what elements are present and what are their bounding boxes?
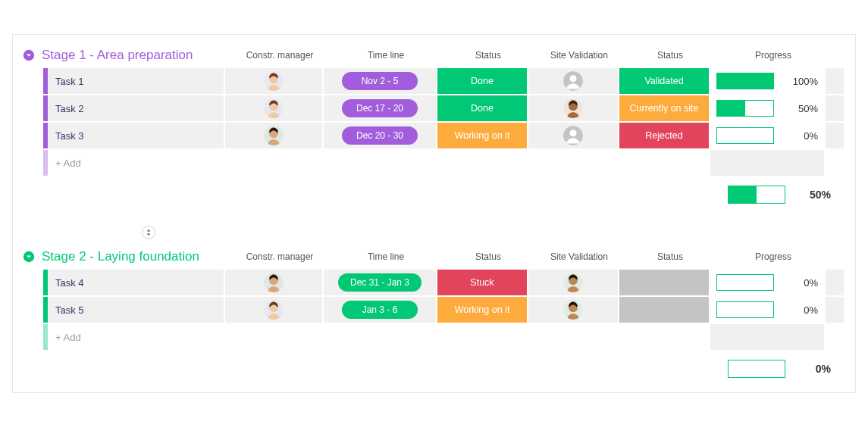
board: Stage 1 - Area preparation Constr. manag… [12,34,856,393]
timeline-pill: Jan 3 - 6 [342,301,418,319]
manager-cell[interactable] [225,123,324,148]
avatar [563,98,583,118]
timeline-cell[interactable]: Dec 31 - Jan 3 [324,270,437,295]
status2-cell[interactable] [619,270,710,295]
group-title[interactable]: Stage 2 - Laying foundation [42,249,199,264]
collapse-caret-icon[interactable] [22,48,36,62]
col-header-timeline[interactable]: Time line [329,47,443,64]
col-header-site-validation[interactable]: Site Validation [534,47,625,64]
empty-cell [437,324,528,350]
col-header-site-validation[interactable]: Site Validation [534,248,625,265]
timeline-cell[interactable]: Jan 3 - 6 [324,297,437,323]
site-validation-cell[interactable] [528,297,619,323]
empty-cell [528,150,619,176]
empty-cell [710,324,826,350]
task-name-cell[interactable]: Task 5 [48,297,225,323]
task-name-cell[interactable]: Task 2 [48,95,225,121]
group: Stage 1 - Area preparation Constr. manag… [13,35,855,218]
status-badge: Done [437,68,527,94]
empty-cell [225,150,324,176]
progress-cell[interactable]: 50% [710,95,826,121]
avatar [563,300,583,320]
column-headers: Constr. manager Time line Status Site Va… [230,248,849,265]
col-header-status2[interactable]: Status [625,248,716,265]
timeline-cell[interactable]: Dec 20 - 30 [324,123,437,148]
empty-cell [528,324,619,350]
col-header-status[interactable]: Status [443,47,534,64]
table-row[interactable]: Task 5 Jan 3 - 6 Working on it [43,297,855,323]
status2-cell[interactable]: Validated [619,68,710,94]
col-header-manager[interactable]: Constr. manager [230,248,329,265]
add-row[interactable]: + Add [43,324,855,350]
summary-progress-cell: 0% [722,356,837,382]
progress-label: 0% [804,277,818,289]
task-name-cell[interactable]: Task 4 [48,270,225,295]
add-row[interactable]: + Add [43,150,855,176]
add-row-label[interactable]: + Add [48,150,225,176]
empty-cell [710,150,826,176]
group-header: Stage 2 - Laying foundation Constr. mana… [13,241,855,270]
col-header-manager[interactable]: Constr. manager [230,47,329,64]
group-summary: 0% [13,351,855,392]
progress-label: 100% [793,76,818,87]
row-color-indicator [43,324,48,350]
col-header-tail [831,248,849,265]
progress-cell[interactable]: 0% [710,297,826,323]
timeline-pill: Dec 20 - 30 [342,126,418,145]
table-row[interactable]: Task 4 Dec 31 - Jan 3 Stuck [43,270,855,295]
status2-cell[interactable] [619,297,710,323]
row-tail [826,95,844,121]
avatar [563,126,583,145]
status-cell[interactable]: Done [437,68,528,94]
collapse-caret-icon[interactable] [22,250,36,264]
col-header-progress[interactable]: Progress [716,248,831,265]
progress-bar [716,127,774,144]
timeline-cell[interactable]: Nov 2 - 5 [324,68,437,94]
status-cell[interactable]: Working on it [437,123,528,148]
site-validation-cell[interactable] [528,95,619,121]
progress-label: 0% [804,130,818,142]
status2-cell[interactable]: Currently on site [619,95,710,121]
avatar [264,300,284,320]
col-header-tail [831,47,849,64]
table-row[interactable]: Task 3 Dec 20 - 30 Working on it Rejecte… [43,123,855,148]
svg-point-4 [569,75,576,82]
site-validation-cell[interactable] [528,270,619,295]
table-row[interactable]: Task 1 Nov 2 - 5 Done Validated [43,68,855,94]
page-title [0,0,868,34]
timeline-cell[interactable]: Dec 17 - 20 [324,95,437,121]
site-validation-cell[interactable] [528,68,619,94]
empty-cell [324,324,437,350]
avatar [563,273,583,292]
progress-cell[interactable]: 0% [710,123,826,148]
row-tail [826,68,844,94]
status-cell[interactable]: Working on it [437,297,528,323]
sort-handle-icon[interactable] [142,226,155,239]
progress-cell[interactable]: 0% [710,270,826,295]
manager-cell[interactable] [225,68,324,94]
progress-cell[interactable]: 100% [710,68,826,94]
status-cell[interactable]: Done [437,95,528,121]
group-title[interactable]: Stage 1 - Area preparation [42,48,193,63]
status2-cell[interactable]: Rejected [619,123,710,148]
task-name-cell[interactable]: Task 3 [48,123,225,148]
avatar [563,71,583,91]
status-cell[interactable]: Stuck [437,270,528,295]
col-header-status[interactable]: Status [443,248,534,265]
col-header-status2[interactable]: Status [625,47,716,64]
group-header: Stage 1 - Area preparation Constr. manag… [13,39,855,68]
group-rows: Task 1 Nov 2 - 5 Done Validated [13,68,855,176]
add-row-label[interactable]: + Add [48,324,225,350]
manager-cell[interactable] [225,95,324,121]
col-header-progress[interactable]: Progress [716,47,831,64]
table-row[interactable]: Task 2 Dec 17 - 20 Done Currently on sit… [43,95,855,121]
summary-progress-label: 50% [810,189,831,201]
task-name-cell[interactable]: Task 1 [48,68,225,94]
row-color-indicator [43,150,48,176]
progress-label: 50% [798,103,818,114]
manager-cell[interactable] [225,297,324,323]
site-validation-cell[interactable] [528,123,619,148]
col-header-timeline[interactable]: Time line [329,248,443,265]
manager-cell[interactable] [225,270,324,295]
timeline-pill: Nov 2 - 5 [342,72,418,90]
